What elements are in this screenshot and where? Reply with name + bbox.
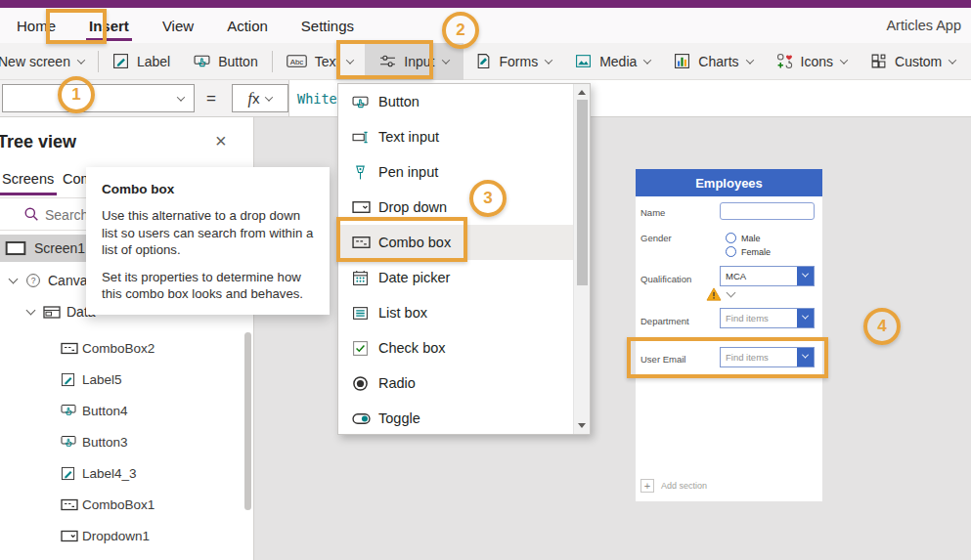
department-label: Department: [640, 316, 689, 326]
scrollbar-thumb[interactable]: [577, 100, 588, 285]
radio-male-label: Male: [741, 234, 761, 243]
text-menu-button[interactable]: Abc Text: [275, 43, 366, 80]
combobox-icon: [352, 236, 371, 249]
menu-view[interactable]: View: [146, 8, 210, 43]
combobox-icon: [61, 342, 78, 355]
app-brand-strip: [0, 0, 971, 8]
icons-menu-button[interactable]: Icons: [765, 43, 859, 80]
text-input-icon: [352, 129, 369, 146]
scroll-up-icon[interactable]: [578, 90, 586, 95]
dropdown-chevron-button[interactable]: [797, 309, 814, 327]
search-icon: [23, 206, 39, 222]
chevron-down-icon: [745, 56, 753, 64]
chevron-expand-icon[interactable]: [26, 305, 36, 315]
scroll-down-icon[interactable]: [578, 423, 586, 428]
button-icon: [194, 53, 210, 69]
tree-item-label5[interactable]: Label5: [0, 366, 243, 393]
employees-form[interactable]: Employees Name Gender Male Female Qualif…: [636, 169, 822, 501]
menu-item-text-input[interactable]: Text input: [339, 119, 574, 154]
tooltip-title: Combo box: [102, 182, 314, 196]
menu-home[interactable]: Home: [0, 8, 72, 43]
menu-item-radio[interactable]: Radio: [339, 366, 574, 401]
svg-text:?: ?: [31, 276, 36, 285]
qualification-dropdown[interactable]: MCA: [720, 266, 815, 286]
menu-item-button[interactable]: Button: [339, 84, 574, 119]
screen-icon: [5, 240, 26, 256]
pen-input-icon: [352, 164, 369, 181]
name-input[interactable]: [720, 202, 815, 220]
custom-icon: [870, 53, 887, 69]
label-icon: [61, 372, 75, 387]
charts-icon: [674, 53, 690, 69]
button-icon: [61, 403, 76, 418]
tab-screens[interactable]: Screens: [2, 171, 54, 187]
tooltip-paragraph: Use this alternative to a drop down list…: [102, 207, 314, 259]
menu-settings[interactable]: Settings: [285, 8, 371, 43]
insert-active-underline: [86, 38, 132, 41]
share-button[interactable]: [967, 43, 971, 80]
button-button[interactable]: Button: [182, 43, 269, 80]
menu-item-date-picker[interactable]: Date picker: [339, 260, 574, 295]
chevron-down-icon: [346, 56, 354, 64]
charts-menu-button[interactable]: Charts: [662, 43, 764, 80]
panel-title: Tree view: [0, 132, 76, 152]
menu-item-pen-input[interactable]: Pen input: [339, 154, 574, 190]
radio-male[interactable]: [726, 233, 736, 243]
menu-item-check-box[interactable]: Check box: [339, 330, 574, 366]
menu-insert[interactable]: Insert: [72, 8, 146, 43]
fx-dropdown[interactable]: fx: [232, 84, 288, 112]
media-menu-button[interactable]: Media: [563, 43, 662, 80]
question-circle-icon: ?: [25, 273, 41, 288]
chevron-down-icon[interactable]: [727, 287, 736, 297]
active-tab-underline: [0, 193, 57, 195]
menu-item-toggle[interactable]: Toggle: [339, 401, 574, 436]
qualification-label: Qualification: [640, 274, 691, 284]
radio-female[interactable]: [726, 246, 736, 257]
label-button[interactable]: Label: [101, 43, 182, 80]
tree-item-button4[interactable]: Button4: [0, 397, 243, 424]
combobox-icon: [61, 498, 78, 511]
input-icon: [379, 53, 396, 69]
input-menu-button[interactable]: Input: [365, 43, 463, 80]
checkbox-icon: [352, 340, 369, 357]
chevron-expand-icon[interactable]: [9, 274, 19, 283]
toolbar-divider: [98, 51, 99, 72]
tree-item-label4-3[interactable]: Label4_3: [0, 459, 243, 487]
text-icon: Abc: [287, 53, 307, 69]
app-title: Articles App: [886, 8, 961, 43]
chevron-down-icon: [840, 56, 848, 64]
custom-menu-button[interactable]: Custom: [859, 43, 967, 80]
user-email-combobox[interactable]: Find items: [720, 347, 815, 367]
input-dropdown-menu: Button Text input Pen input Drop down Co…: [337, 83, 591, 435]
dropdown-icon: [61, 530, 78, 542]
menu-item-combo-box[interactable]: Combo box: [339, 225, 574, 260]
chevron-down-icon: [265, 93, 273, 101]
menu-item-drop-down[interactable]: Drop down: [339, 190, 574, 225]
menu-item-list-box[interactable]: List box: [339, 295, 574, 330]
svg-text:Abc: Abc: [289, 58, 303, 66]
department-combobox[interactable]: Find items: [720, 308, 815, 328]
datepicker-icon: [352, 270, 369, 286]
property-dropdown[interactable]: [2, 84, 195, 112]
close-icon[interactable]: ×: [215, 131, 227, 151]
forms-menu-button[interactable]: Forms: [463, 43, 564, 80]
chevron-down-icon: [77, 56, 85, 64]
toggle-icon: [352, 412, 371, 425]
tree-item-label4-2[interactable]: Label4_2: [0, 553, 243, 560]
dropdown-chevron-button[interactable]: [797, 267, 814, 285]
tree-item-combobox1[interactable]: ComboBox1: [0, 491, 243, 518]
dropdown-chevron-button[interactable]: [797, 348, 814, 366]
add-section-button[interactable]: + Add section: [640, 479, 707, 493]
toolbar-divider: [272, 51, 273, 72]
tree-item-button3[interactable]: Button3: [0, 428, 243, 455]
tree-item-combobox2[interactable]: ComboBox2: [0, 334, 243, 362]
new-screen-button[interactable]: New screen: [0, 43, 96, 80]
menu-bar: Home Insert View Action Settings Article…: [0, 8, 971, 43]
menu-action[interactable]: Action: [210, 8, 285, 43]
radio-icon: [352, 375, 369, 392]
chevron-down-icon: [177, 93, 185, 101]
menu-scrollbar[interactable]: [573, 84, 590, 434]
tree-scrollbar[interactable]: [244, 332, 251, 510]
tree-item-dropdown1[interactable]: Dropdown1: [0, 522, 243, 549]
user-email-label: User Email: [640, 354, 685, 365]
